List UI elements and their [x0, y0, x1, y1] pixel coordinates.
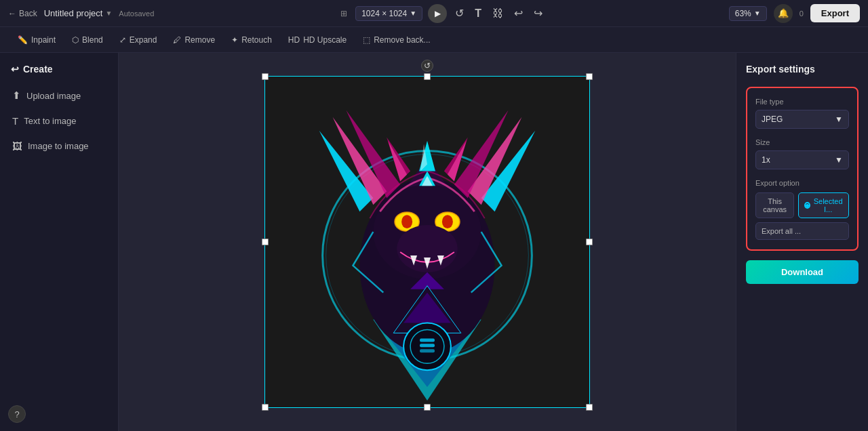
file-type-label: File type: [755, 98, 849, 106]
selected-button[interactable]: Selected I...: [798, 192, 849, 218]
size-chevron: ▼: [835, 155, 843, 165]
undo-icon[interactable]: ↩: [511, 4, 526, 22]
canvas-image-container[interactable]: [264, 76, 590, 408]
upscale-icon: HD: [288, 35, 300, 45]
upload-icon: ⬆: [12, 89, 21, 102]
notif-count: 0: [800, 9, 804, 18]
topbar-right: 63% ▼ 🔔 0 Export: [729, 4, 860, 23]
export-option-row: This canvas Selected I...: [755, 192, 849, 218]
export-option-label: Export option: [755, 179, 849, 187]
svg-point-17: [442, 215, 453, 228]
sidebar-item-text-to-image[interactable]: T Text to image: [5, 110, 113, 132]
resize-icon-button[interactable]: ⊞: [338, 6, 350, 21]
rotate-icon: ↺: [424, 61, 431, 70]
this-canvas-label: This canvas: [762, 197, 788, 213]
handle-middle-right[interactable]: [586, 239, 593, 245]
project-title: Untitled project: [44, 8, 103, 18]
selected-label: Selected I...: [813, 197, 843, 213]
back-arrow-icon: ←: [8, 9, 16, 18]
remove-label: Remove: [184, 35, 215, 45]
sidebar-item-upload[interactable]: ⬆ Upload image: [5, 84, 113, 107]
retouch-button[interactable]: ✦ Retouch: [224, 33, 279, 47]
topbar-center: ⊞ 1024 × 1024 ▼ ▶ ↺ T ⛓ ↩ ↪: [162, 4, 720, 23]
zoom-button[interactable]: 63% ▼: [729, 6, 767, 21]
export-panel-title: Export settings: [746, 64, 859, 77]
remove-icon: 🖊: [173, 35, 181, 45]
expand-label: Expand: [130, 35, 157, 45]
file-type-select[interactable]: JPEG ▼: [755, 110, 849, 129]
sidebar: ↩ Create ⬆ Upload image T Text to image …: [0, 53, 119, 431]
rotate-handle[interactable]: ↺: [421, 60, 433, 72]
topbar-left: ← Back Untitled project ▼ Autosaved: [8, 8, 154, 18]
handle-bottom-left[interactable]: [262, 404, 269, 411]
image-to-image-label: Image to image: [28, 141, 89, 151]
play-button[interactable]: ▶: [428, 4, 447, 23]
blend-button[interactable]: ⬡ Blend: [65, 33, 110, 47]
handle-top-left[interactable]: [262, 73, 269, 80]
back-button[interactable]: ← Back: [8, 9, 37, 18]
handle-bottom-middle[interactable]: [424, 404, 431, 411]
canvas-size-value: 1024 × 1024: [361, 9, 407, 18]
create-icon: ↩: [11, 64, 19, 75]
text-to-image-icon: T: [12, 115, 18, 127]
inpaint-label: Inpaint: [31, 35, 56, 45]
autosaved-label: Autosaved: [119, 9, 154, 18]
retouch-icon: ✦: [231, 35, 238, 45]
selected-radio-dot: [804, 202, 810, 209]
toolbar: ✏️ Inpaint ⬡ Blend ⤢ Expand 🖊 Remove ✦ R…: [0, 27, 868, 53]
size-section: Size 1x ▼: [755, 138, 849, 169]
bell-icon: 🔔: [778, 8, 789, 18]
canvas-size-button[interactable]: 1024 × 1024 ▼: [355, 6, 422, 21]
export-button[interactable]: Export: [810, 4, 860, 22]
export-panel-border: File type JPEG ▼ Size 1x ▼ Export option: [746, 87, 859, 251]
this-canvas-button[interactable]: This canvas: [755, 192, 794, 218]
svg-point-16: [401, 215, 412, 228]
selected-radio-inner: [806, 204, 809, 207]
svg-rect-31: [420, 349, 435, 352]
rotate-cw-icon[interactable]: ↺: [452, 4, 467, 22]
back-label: Back: [19, 9, 37, 18]
download-button[interactable]: Download: [746, 260, 859, 284]
project-name[interactable]: Untitled project ▼: [44, 8, 113, 18]
link-tool-icon[interactable]: ⛓: [490, 5, 506, 22]
zoom-chevron: ▼: [754, 9, 761, 17]
size-label: Size: [755, 138, 849, 146]
upscale-button[interactable]: HD HD Upscale: [281, 33, 353, 47]
export-option-buttons: This canvas Selected I... Export all ...: [755, 192, 849, 240]
svg-rect-29: [420, 338, 435, 342]
canvas-size-chevron: ▼: [410, 9, 416, 17]
file-type-value: JPEG: [762, 115, 783, 124]
size-value: 1x: [762, 155, 770, 165]
create-label: Create: [23, 64, 53, 75]
handle-top-right[interactable]: [586, 73, 593, 80]
zoom-value: 63%: [735, 9, 751, 18]
expand-icon: ⤢: [119, 35, 126, 45]
blend-icon: ⬡: [72, 35, 79, 45]
help-button[interactable]: ?: [8, 405, 26, 423]
canvas-area[interactable]: ↺: [119, 53, 736, 431]
export-panel: Export settings File type JPEG ▼ Size 1x…: [736, 53, 868, 431]
file-type-chevron: ▼: [835, 115, 843, 124]
remove-button[interactable]: 🖊 Remove: [166, 33, 222, 47]
text-to-image-label: Text to image: [24, 116, 76, 126]
redo-icon[interactable]: ↪: [531, 4, 545, 22]
svg-rect-30: [420, 344, 435, 347]
export-all-button[interactable]: Export all ...: [755, 222, 849, 240]
handle-bottom-right[interactable]: [586, 404, 593, 411]
notification-button[interactable]: 🔔: [774, 4, 793, 23]
handle-middle-left[interactable]: [262, 239, 269, 245]
sidebar-item-image-to-image[interactable]: 🖼 Image to image: [5, 135, 113, 157]
remove-back-button[interactable]: ⬚ Remove back...: [356, 33, 437, 47]
handle-top-middle[interactable]: [424, 73, 431, 80]
text-tool-icon[interactable]: T: [472, 5, 484, 22]
remove-back-label: Remove back...: [374, 35, 430, 45]
topbar: ← Back Untitled project ▼ Autosaved ⊞ 10…: [0, 0, 868, 27]
inpaint-button[interactable]: ✏️ Inpaint: [11, 33, 62, 47]
file-type-section: File type JPEG ▼: [755, 98, 849, 129]
retouch-label: Retouch: [241, 35, 272, 45]
expand-button[interactable]: ⤢ Expand: [113, 33, 164, 47]
blend-label: Blend: [82, 35, 103, 45]
size-select[interactable]: 1x ▼: [755, 150, 849, 169]
chevron-down-icon: ▼: [105, 9, 112, 17]
export-all-label: Export all ...: [762, 227, 801, 235]
